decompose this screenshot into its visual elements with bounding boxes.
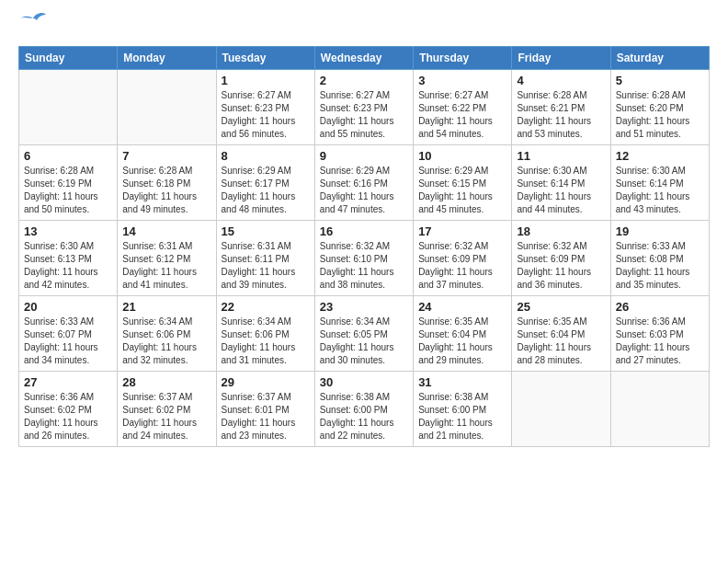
calendar-cell: 10Sunrise: 6:29 AM Sunset: 6:15 PM Dayli… <box>414 145 512 221</box>
day-info: Sunrise: 6:33 AM Sunset: 6:08 PM Dayligh… <box>616 240 704 292</box>
day-info: Sunrise: 6:36 AM Sunset: 6:02 PM Dayligh… <box>24 391 112 442</box>
day-info: Sunrise: 6:29 AM Sunset: 6:17 PM Dayligh… <box>222 165 310 216</box>
day-number: 18 <box>517 224 605 238</box>
day-number: 7 <box>122 149 210 163</box>
calendar-cell: 14Sunrise: 6:31 AM Sunset: 6:12 PM Dayli… <box>118 221 216 296</box>
calendar-cell <box>610 372 709 447</box>
day-number: 1 <box>222 74 310 87</box>
calendar-cell: 31Sunrise: 6:38 AM Sunset: 6:00 PM Dayli… <box>414 372 512 447</box>
day-number: 22 <box>222 300 310 314</box>
day-number: 11 <box>517 149 605 163</box>
day-info: Sunrise: 6:27 AM Sunset: 6:22 PM Dayligh… <box>418 89 506 141</box>
day-number: 5 <box>616 74 704 87</box>
calendar-cell: 26Sunrise: 6:36 AM Sunset: 6:03 PM Dayli… <box>610 296 709 372</box>
day-number: 4 <box>517 74 605 87</box>
day-info: Sunrise: 6:32 AM Sunset: 6:09 PM Dayligh… <box>418 240 506 292</box>
day-info: Sunrise: 6:34 AM Sunset: 6:05 PM Dayligh… <box>320 316 408 367</box>
day-number: 30 <box>320 375 408 389</box>
calendar-cell: 11Sunrise: 6:30 AM Sunset: 6:14 PM Dayli… <box>512 145 610 221</box>
day-info: Sunrise: 6:33 AM Sunset: 6:07 PM Dayligh… <box>24 316 112 367</box>
calendar-header-row: SundayMondayTuesdayWednesdayThursdayFrid… <box>19 47 710 70</box>
day-info: Sunrise: 6:37 AM Sunset: 6:02 PM Dayligh… <box>122 391 210 442</box>
day-number: 31 <box>418 375 506 389</box>
day-info: Sunrise: 6:34 AM Sunset: 6:06 PM Dayligh… <box>122 316 210 367</box>
day-info: Sunrise: 6:28 AM Sunset: 6:18 PM Dayligh… <box>122 165 210 216</box>
day-info: Sunrise: 6:27 AM Sunset: 6:23 PM Dayligh… <box>222 89 310 141</box>
calendar-cell: 2Sunrise: 6:27 AM Sunset: 6:23 PM Daylig… <box>314 70 413 145</box>
week-row-1: 1Sunrise: 6:27 AM Sunset: 6:23 PM Daylig… <box>19 70 710 145</box>
calendar-cell: 3Sunrise: 6:27 AM Sunset: 6:22 PM Daylig… <box>414 70 512 145</box>
calendar-cell: 6Sunrise: 6:28 AM Sunset: 6:19 PM Daylig… <box>19 145 118 221</box>
calendar-cell: 25Sunrise: 6:35 AM Sunset: 6:04 PM Dayli… <box>512 296 610 372</box>
calendar-cell: 27Sunrise: 6:36 AM Sunset: 6:02 PM Dayli… <box>19 372 118 447</box>
day-number: 12 <box>616 149 704 163</box>
day-number: 21 <box>122 300 210 314</box>
day-info: Sunrise: 6:28 AM Sunset: 6:20 PM Dayligh… <box>616 89 704 141</box>
column-header-tuesday: Tuesday <box>216 47 314 70</box>
bird-icon <box>20 11 46 31</box>
column-header-wednesday: Wednesday <box>314 47 413 70</box>
day-number: 14 <box>122 224 210 238</box>
day-info: Sunrise: 6:34 AM Sunset: 6:06 PM Dayligh… <box>222 316 310 367</box>
day-info: Sunrise: 6:37 AM Sunset: 6:01 PM Dayligh… <box>222 391 310 442</box>
day-info: Sunrise: 6:31 AM Sunset: 6:11 PM Dayligh… <box>222 240 310 292</box>
day-info: Sunrise: 6:35 AM Sunset: 6:04 PM Dayligh… <box>418 316 506 367</box>
calendar-cell <box>19 70 118 145</box>
calendar-cell: 23Sunrise: 6:34 AM Sunset: 6:05 PM Dayli… <box>314 296 413 372</box>
day-number: 27 <box>24 375 112 389</box>
calendar-cell: 9Sunrise: 6:29 AM Sunset: 6:16 PM Daylig… <box>314 145 413 221</box>
day-number: 2 <box>320 74 408 87</box>
day-number: 9 <box>320 149 408 163</box>
day-number: 8 <box>222 149 310 163</box>
calendar-cell <box>512 372 610 447</box>
column-header-sunday: Sunday <box>19 47 118 70</box>
day-number: 26 <box>616 300 704 314</box>
column-header-monday: Monday <box>118 47 216 70</box>
logo <box>18 18 46 31</box>
calendar-cell: 20Sunrise: 6:33 AM Sunset: 6:07 PM Dayli… <box>19 296 118 372</box>
day-info: Sunrise: 6:30 AM Sunset: 6:13 PM Dayligh… <box>24 240 112 292</box>
day-info: Sunrise: 6:32 AM Sunset: 6:09 PM Dayligh… <box>517 240 605 292</box>
day-info: Sunrise: 6:28 AM Sunset: 6:19 PM Dayligh… <box>24 165 112 216</box>
day-info: Sunrise: 6:31 AM Sunset: 6:12 PM Dayligh… <box>122 240 210 292</box>
day-number: 20 <box>24 300 112 314</box>
day-info: Sunrise: 6:32 AM Sunset: 6:10 PM Dayligh… <box>320 240 408 292</box>
calendar-cell: 7Sunrise: 6:28 AM Sunset: 6:18 PM Daylig… <box>118 145 216 221</box>
day-number: 13 <box>24 224 112 238</box>
calendar-cell: 12Sunrise: 6:30 AM Sunset: 6:14 PM Dayli… <box>610 145 709 221</box>
column-header-friday: Friday <box>512 47 610 70</box>
calendar-body: 1Sunrise: 6:27 AM Sunset: 6:23 PM Daylig… <box>19 70 710 447</box>
calendar-cell: 4Sunrise: 6:28 AM Sunset: 6:21 PM Daylig… <box>512 70 610 145</box>
week-row-3: 13Sunrise: 6:30 AM Sunset: 6:13 PM Dayli… <box>19 221 710 296</box>
day-number: 28 <box>122 375 210 389</box>
calendar-cell: 30Sunrise: 6:38 AM Sunset: 6:00 PM Dayli… <box>314 372 413 447</box>
calendar-cell: 5Sunrise: 6:28 AM Sunset: 6:20 PM Daylig… <box>610 70 709 145</box>
day-info: Sunrise: 6:29 AM Sunset: 6:15 PM Dayligh… <box>418 165 506 216</box>
day-number: 17 <box>418 224 506 238</box>
day-number: 16 <box>320 224 408 238</box>
day-info: Sunrise: 6:35 AM Sunset: 6:04 PM Dayligh… <box>517 316 605 367</box>
day-info: Sunrise: 6:29 AM Sunset: 6:16 PM Dayligh… <box>320 165 408 216</box>
calendar-cell: 22Sunrise: 6:34 AM Sunset: 6:06 PM Dayli… <box>216 296 314 372</box>
day-info: Sunrise: 6:27 AM Sunset: 6:23 PM Dayligh… <box>320 89 408 141</box>
calendar-cell: 24Sunrise: 6:35 AM Sunset: 6:04 PM Dayli… <box>414 296 512 372</box>
day-number: 6 <box>24 149 112 163</box>
day-number: 19 <box>616 224 704 238</box>
day-number: 29 <box>222 375 310 389</box>
day-info: Sunrise: 6:38 AM Sunset: 6:00 PM Dayligh… <box>320 391 408 442</box>
day-number: 24 <box>418 300 506 314</box>
day-info: Sunrise: 6:38 AM Sunset: 6:00 PM Dayligh… <box>418 391 506 442</box>
column-header-saturday: Saturday <box>610 47 709 70</box>
calendar-cell: 13Sunrise: 6:30 AM Sunset: 6:13 PM Dayli… <box>19 221 118 296</box>
day-number: 10 <box>418 149 506 163</box>
day-info: Sunrise: 6:30 AM Sunset: 6:14 PM Dayligh… <box>616 165 704 216</box>
day-number: 23 <box>320 300 408 314</box>
calendar-cell: 21Sunrise: 6:34 AM Sunset: 6:06 PM Dayli… <box>118 296 216 372</box>
week-row-4: 20Sunrise: 6:33 AM Sunset: 6:07 PM Dayli… <box>19 296 710 372</box>
calendar-cell: 28Sunrise: 6:37 AM Sunset: 6:02 PM Dayli… <box>118 372 216 447</box>
week-row-2: 6Sunrise: 6:28 AM Sunset: 6:19 PM Daylig… <box>19 145 710 221</box>
week-row-5: 27Sunrise: 6:36 AM Sunset: 6:02 PM Dayli… <box>19 372 710 447</box>
calendar-table: SundayMondayTuesdayWednesdayThursdayFrid… <box>18 46 710 447</box>
page-header <box>18 18 710 31</box>
day-number: 3 <box>418 74 506 87</box>
